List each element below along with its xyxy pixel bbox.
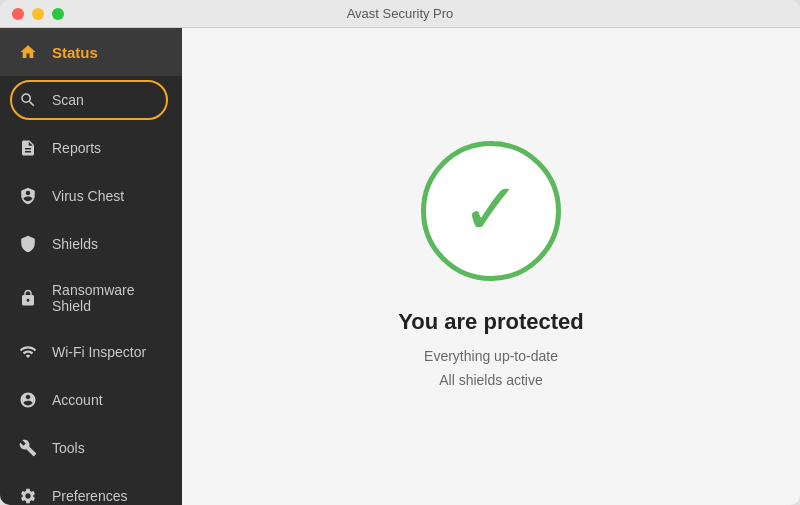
checkmark-icon: ✓ <box>461 173 521 245</box>
sidebar-item-label: Status <box>52 44 98 61</box>
title-bar: Avast Security Pro <box>0 0 800 28</box>
sidebar-item-shields[interactable]: Shields <box>0 220 182 268</box>
sidebar-item-tools[interactable]: Tools <box>0 424 182 472</box>
search-icon <box>18 90 38 110</box>
sidebar-item-label: Virus Chest <box>52 188 124 204</box>
sidebar-item-label: Tools <box>52 440 85 456</box>
chest-icon <box>18 186 38 206</box>
sidebar-item-label: Wi-Fi Inspector <box>52 344 146 360</box>
sidebar-item-virus-chest[interactable]: Virus Chest <box>0 172 182 220</box>
wifi-icon <box>18 342 38 362</box>
account-icon <box>18 390 38 410</box>
sidebar-item-scan[interactable]: Scan <box>0 76 182 124</box>
content-area: ✓ You are protected Everything up-to-dat… <box>182 28 800 505</box>
sidebar-item-label: Reports <box>52 140 101 156</box>
sidebar-item-reports[interactable]: Reports <box>0 124 182 172</box>
status-title: You are protected <box>398 309 583 335</box>
main-container: Status Scan Reports <box>0 28 800 505</box>
ransomware-icon <box>18 288 38 308</box>
status-circle: ✓ <box>421 141 561 281</box>
window-controls[interactable] <box>12 8 64 20</box>
sidebar-item-label: Preferences <box>52 488 127 504</box>
sidebar-item-label: Scan <box>52 92 84 108</box>
sidebar-item-preferences[interactable]: Preferences <box>0 472 182 505</box>
close-button[interactable] <box>12 8 24 20</box>
sidebar-item-label: Ransomware Shield <box>52 282 164 314</box>
home-icon <box>18 42 38 62</box>
sidebar-item-account[interactable]: Account <box>0 376 182 424</box>
sidebar-item-ransomware-shield[interactable]: Ransomware Shield <box>0 268 182 328</box>
sidebar-item-status[interactable]: Status <box>0 28 182 76</box>
sidebar: Status Scan Reports <box>0 28 182 505</box>
status-line-1: Everything up-to-date <box>424 348 558 364</box>
maximize-button[interactable] <box>52 8 64 20</box>
sidebar-item-label: Shields <box>52 236 98 252</box>
shield-icon <box>18 234 38 254</box>
reports-icon <box>18 138 38 158</box>
tools-icon <box>18 438 38 458</box>
sidebar-item-label: Account <box>52 392 103 408</box>
window-title: Avast Security Pro <box>347 6 454 21</box>
status-subtitle: Everything up-to-date All shields active <box>424 345 558 393</box>
sidebar-item-wifi-inspector[interactable]: Wi-Fi Inspector <box>0 328 182 376</box>
status-line-2: All shields active <box>439 372 543 388</box>
preferences-icon <box>18 486 38 505</box>
minimize-button[interactable] <box>32 8 44 20</box>
